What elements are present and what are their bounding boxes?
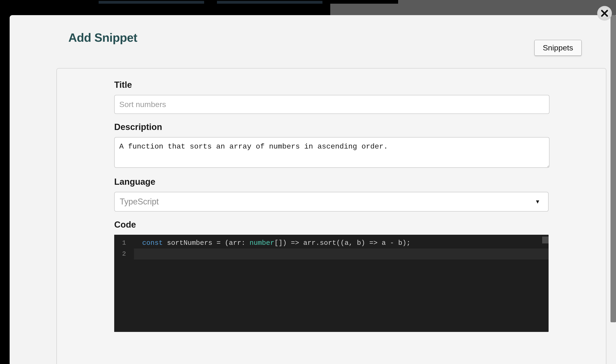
- gutter-line-1: 1: [114, 237, 134, 248]
- title-label: Title: [114, 80, 549, 90]
- language-label: Language: [114, 177, 549, 187]
- modal-scrollbar[interactable]: [611, 15, 616, 322]
- code-line-2[interactable]: [134, 248, 549, 260]
- language-select[interactable]: TypeScript: [114, 192, 549, 212]
- close-icon: [600, 9, 609, 18]
- token-rest: []) => arr.sort((a, b) => a - b);: [274, 239, 411, 247]
- top-strip-right: [398, 0, 616, 4]
- code-field-group: Code 1 2 const sortNumbers = (arr: numbe…: [114, 220, 549, 332]
- code-line-1[interactable]: const sortNumbers = (arr: number[]) => a…: [134, 237, 549, 248]
- gutter-line-2: 2: [114, 248, 134, 260]
- snippets-button[interactable]: Snippets: [534, 40, 582, 56]
- description-label: Description: [114, 122, 549, 132]
- page-title: Add Snippet: [68, 31, 137, 44]
- bg-tab-2: [217, 1, 322, 4]
- token-type: number: [250, 239, 274, 247]
- description-field-group: Description A function that sorts an arr…: [114, 122, 549, 169]
- title-field-group: Title: [114, 80, 549, 114]
- token-ident: sortNumbers = (arr:: [167, 239, 250, 247]
- code-minimap[interactable]: [542, 236, 549, 243]
- language-field-group: Language TypeScript ▼: [114, 177, 549, 212]
- token-keyword: const: [142, 239, 163, 247]
- code-content[interactable]: const sortNumbers = (arr: number[]) => a…: [134, 235, 549, 332]
- language-select-wrapper: TypeScript ▼: [114, 192, 549, 212]
- add-snippet-modal: Add Snippet Snippets Title Description A…: [10, 15, 616, 364]
- code-editor[interactable]: 1 2 const sortNumbers = (arr: number[]) …: [114, 235, 549, 332]
- close-button[interactable]: [597, 6, 612, 21]
- code-gutter: 1 2: [114, 235, 134, 332]
- description-textarea[interactable]: A function that sorts an array of number…: [114, 137, 549, 168]
- code-label: Code: [114, 220, 549, 230]
- form-panel: Title Description A function that sorts …: [56, 68, 606, 364]
- bg-tab-1: [99, 1, 204, 4]
- modal-header: Add Snippet Snippets: [10, 15, 616, 56]
- title-input[interactable]: [114, 95, 549, 114]
- token-space: [163, 239, 167, 247]
